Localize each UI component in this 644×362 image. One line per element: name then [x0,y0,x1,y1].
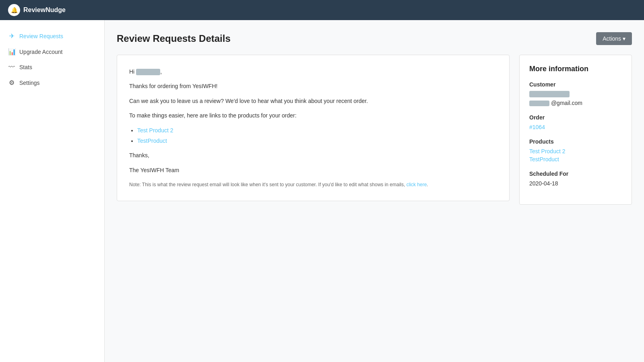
sidebar-item-label: Upgrade Account [19,49,62,55]
bar-chart-icon: 📊 [8,48,15,56]
content-grid: Hi , Thanks for ordering from YesIWFH! C… [117,55,632,205]
info-card-title: More information [529,65,622,73]
email-line2: Can we ask you to leave us a review? We'… [129,97,497,105]
actions-button[interactable]: Actions ▾ [596,32,632,45]
email-suffix: @gmail.com [551,100,582,106]
order-label: Order [529,114,622,121]
note-text-content: Note: This is what the review request em… [129,182,405,187]
sidebar-item-label: Settings [19,80,40,86]
top-navigation: 🔔 ReviewNudge [0,0,644,20]
customer-name-redacted [136,69,160,75]
customer-name-redacted [529,91,570,97]
brand-icon-symbol: 🔔 [11,7,18,13]
customer-email: @gmail.com [529,100,622,106]
sidebar-item-label: Stats [19,64,32,70]
email-team-name: The YesIWFH Team [129,166,497,175]
stats-icon: 〰 [8,64,15,71]
order-section: Order #1064 [529,114,622,130]
info-product-link-2[interactable]: TestProduct [529,156,622,162]
brand-logo[interactable]: 🔔 ReviewNudge [8,4,66,16]
main-content: Review Requests Details Actions ▾ Hi , T… [105,20,644,362]
click-here-link[interactable]: click here [407,182,427,187]
email-line3: To make things easier, here are links to… [129,111,497,120]
page-title: Review Requests Details [117,33,231,44]
email-product-list: Test Product 2 TestProduct [129,126,497,146]
email-product-link-2[interactable]: TestProduct [137,138,167,144]
products-label: Products [529,138,622,145]
email-prefix-redacted [529,101,549,106]
scheduled-section: Scheduled For 2020-04-18 [529,171,622,187]
email-note: Note: This is what the review request em… [129,181,497,189]
page-header: Review Requests Details Actions ▾ [117,32,632,45]
info-card: More information Customer @gmail.com Ord… [519,55,632,205]
sidebar-item-label: Review Requests [19,33,63,39]
gear-icon: ⚙ [8,79,15,86]
brand-name: ReviewNudge [23,6,66,14]
brand-icon: 🔔 [8,4,20,16]
email-product-link-1[interactable]: Test Product 2 [137,127,173,134]
send-icon: ✈ [8,32,15,40]
sidebar-item-upgrade-account[interactable]: 📊 Upgrade Account [0,44,104,60]
email-line1: Thanks for ordering from YesIWFH! [129,82,497,90]
info-product-link-1[interactable]: Test Product 2 [529,148,622,154]
sidebar-item-settings[interactable]: ⚙ Settings [0,75,104,90]
email-greeting: Hi , [129,67,497,76]
app-layout: ✈ Review Requests 📊 Upgrade Account 〰 St… [0,20,644,362]
scheduled-date: 2020-04-18 [529,180,622,187]
email-preview-card: Hi , Thanks for ordering from YesIWFH! C… [117,55,510,201]
scheduled-label: Scheduled For [529,171,622,177]
customer-section: Customer @gmail.com [529,81,622,106]
order-number-link[interactable]: #1064 [529,124,622,130]
customer-label: Customer [529,81,622,88]
list-item: Test Product 2 [137,126,497,135]
products-section: Products Test Product 2 TestProduct [529,138,622,162]
sidebar-item-stats[interactable]: 〰 Stats [0,60,104,75]
list-item: TestProduct [137,136,497,145]
sidebar-item-review-requests[interactable]: ✈ Review Requests [0,28,104,44]
email-signoff: Thanks, [129,151,497,160]
sidebar: ✈ Review Requests 📊 Upgrade Account 〰 St… [0,20,105,362]
